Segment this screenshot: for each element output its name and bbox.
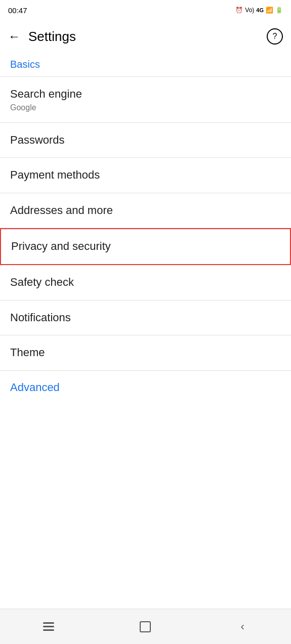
status-bar: 00:47 ⏰ Vo) 4G 📶 🔋	[0, 0, 291, 20]
nav-back-button[interactable]: ‹	[227, 617, 258, 637]
app-bar: ← Settings ?	[0, 20, 291, 53]
battery-icon: 🔋	[275, 7, 283, 14]
alarm-icon: ⏰	[235, 7, 243, 14]
status-time: 00:47	[8, 6, 27, 15]
status-icons: ⏰ Vo) 4G 📶 🔋	[235, 7, 283, 14]
settings-item-payment-methods[interactable]: Payment methods	[0, 158, 291, 193]
settings-item-advanced[interactable]: Advanced	[0, 371, 291, 404]
back-button[interactable]: ←	[8, 29, 20, 44]
settings-item-safety-check[interactable]: Safety check	[0, 265, 291, 300]
home-icon	[140, 621, 151, 632]
settings-item-notifications[interactable]: Notifications	[0, 300, 291, 336]
help-icon-label: ?	[273, 32, 277, 41]
settings-item-privacy-security[interactable]: Privacy and security	[0, 228, 291, 265]
back-nav-icon: ‹	[240, 620, 244, 633]
signal-icon: 📶	[266, 7, 273, 14]
settings-item-addresses[interactable]: Addresses and more	[0, 193, 291, 229]
help-button[interactable]: ?	[267, 28, 283, 45]
voicemail-icon: Vo)	[245, 7, 254, 14]
settings-item-title-payment-methods: Payment methods	[10, 168, 281, 183]
settings-item-search-engine[interactable]: Search engine Google	[0, 77, 291, 123]
settings-item-advanced-label: Advanced	[10, 381, 281, 394]
page-title: Settings	[28, 29, 76, 45]
settings-item-title-theme: Theme	[10, 346, 281, 360]
app-bar-left: ← Settings	[8, 29, 76, 45]
settings-item-title-addresses: Addresses and more	[10, 203, 281, 218]
4glte-icon: 4G	[256, 7, 264, 13]
recents-icon	[43, 622, 54, 631]
settings-item-theme[interactable]: Theme	[0, 335, 291, 371]
settings-list: Search engine Google Passwords Payment m…	[0, 77, 291, 404]
bottom-nav: ‹	[0, 609, 291, 644]
settings-item-title-search-engine: Search engine	[10, 87, 281, 102]
partial-basics-text: Basics	[10, 59, 281, 70]
settings-item-title-passwords: Passwords	[10, 133, 281, 148]
nav-home-button[interactable]	[130, 617, 160, 637]
settings-item-subtitle-search-engine: Google	[10, 103, 281, 112]
settings-item-title-privacy-security: Privacy and security	[11, 239, 280, 254]
nav-recents-button[interactable]	[33, 617, 64, 637]
settings-item-passwords[interactable]: Passwords	[0, 123, 291, 158]
settings-item-title-safety-check: Safety check	[10, 275, 281, 290]
partial-basics-item[interactable]: Basics	[0, 53, 291, 77]
settings-item-title-notifications: Notifications	[10, 311, 281, 325]
